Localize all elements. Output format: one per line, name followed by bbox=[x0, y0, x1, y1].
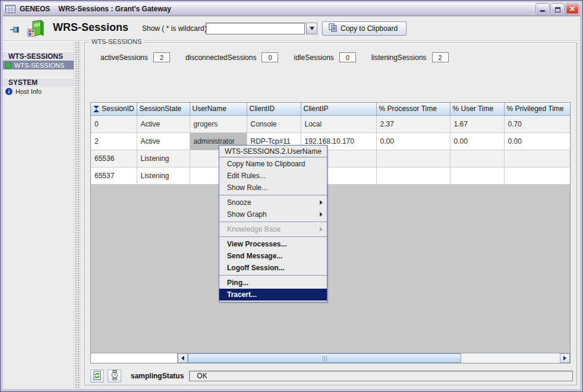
minimize-button[interactable] bbox=[536, 4, 549, 14]
context-menu-item-view-processes[interactable]: View Processes... bbox=[219, 238, 327, 250]
table-cell[interactable] bbox=[504, 150, 571, 167]
context-menu-item-show-graph[interactable]: Show Graph bbox=[219, 208, 327, 220]
sidebar-section-header-system: SYSTEM bbox=[3, 77, 74, 87]
table-row: 2ActiveadministratorRDP-Tcp#11192.168.10… bbox=[91, 132, 571, 150]
close-button[interactable]: ✕ bbox=[566, 4, 579, 14]
headline-row: activeSessions2disconnectedSessions0idle… bbox=[100, 52, 449, 62]
table-cell[interactable]: 2 bbox=[91, 132, 137, 150]
table-cell[interactable]: Listening bbox=[137, 150, 190, 167]
table-row: 65536ListeningLocal bbox=[91, 150, 571, 167]
headline-label: listeningSessions bbox=[371, 53, 427, 62]
table-cell[interactable]: 0.70 bbox=[504, 115, 571, 132]
table-cell[interactable]: Listening bbox=[137, 167, 190, 184]
window-icon bbox=[5, 5, 15, 13]
maximize-button[interactable] bbox=[551, 4, 564, 14]
wts-sessions-panel: WTS-SESSIONS activeSessions2disconnected… bbox=[84, 42, 577, 385]
headline-label: disconnectedSessions bbox=[185, 53, 256, 62]
pin-icon[interactable] bbox=[10, 25, 20, 36]
column-header-privileged-time[interactable]: % Privileged Time bbox=[504, 103, 571, 115]
context-menu-item-snooze[interactable]: Snooze bbox=[219, 197, 327, 208]
headline-value: 2 bbox=[153, 52, 170, 62]
splitter-handle[interactable] bbox=[74, 41, 80, 389]
sidebar: WTS-SESSIONSWTS-SESSIONSSYSTEMiHost Info bbox=[3, 41, 74, 389]
filter-dropdown-button[interactable] bbox=[306, 23, 317, 34]
context-menu-item-tracert[interactable]: Tracert... bbox=[219, 289, 327, 301]
table-cell[interactable]: 65537 bbox=[91, 167, 137, 184]
app-icon bbox=[26, 19, 46, 41]
submenu-arrow-icon bbox=[320, 227, 323, 232]
status-row: samplingStatus OK bbox=[90, 369, 573, 382]
sidebar-section-header-wts-sessions: WTS-SESSIONS bbox=[3, 51, 74, 61]
table-cell[interactable]: grogers bbox=[190, 115, 247, 132]
triangle-right-icon bbox=[563, 356, 566, 361]
group-title: WTS-SESSIONS bbox=[89, 38, 144, 45]
titlebar[interactable]: GENEOSWRS-Sessions : Grant's Gateway ✕ bbox=[3, 2, 580, 16]
sample-now-button[interactable] bbox=[90, 369, 104, 382]
sampling-status-field: OK bbox=[189, 371, 573, 381]
table-cell[interactable]: Local bbox=[301, 115, 376, 132]
table-cell[interactable]: 0 bbox=[91, 115, 137, 132]
green-square-icon bbox=[5, 62, 11, 68]
scrollbar-right-arrow[interactable] bbox=[560, 353, 570, 363]
context-menu-item-send-message[interactable]: Send Message... bbox=[219, 250, 327, 262]
context-menu-item-show-rule[interactable]: Show Rule... bbox=[219, 182, 327, 194]
headline-value: 0 bbox=[261, 52, 278, 62]
table-cell[interactable]: Console bbox=[247, 115, 301, 132]
submenu-arrow-icon bbox=[320, 200, 323, 205]
table-cell[interactable]: 0.00 bbox=[504, 132, 571, 150]
sidebar-item-wts-sessions[interactable]: WTS-SESSIONS bbox=[3, 61, 74, 69]
column-header-sessionid[interactable]: SessionID bbox=[91, 103, 137, 115]
sidebar-item-label: Host Info bbox=[15, 88, 42, 95]
table-row: 0ActivegrogersConsoleLocal2.371.670.70 bbox=[91, 115, 571, 132]
table-cell[interactable]: 1.67 bbox=[450, 115, 504, 132]
column-header-processor-time[interactable]: % Processor Time bbox=[376, 103, 450, 115]
table-cell[interactable] bbox=[376, 167, 450, 184]
sort-indicator-icon bbox=[93, 106, 99, 112]
column-header-clientip[interactable]: ClientIP bbox=[301, 103, 376, 115]
h-scrollbar bbox=[91, 353, 570, 363]
column-header-sessionstate[interactable]: SessionState bbox=[137, 103, 190, 115]
table-cell[interactable] bbox=[450, 150, 504, 167]
app-window: GENEOSWRS-Sessions : Grant's Gateway ✕ bbox=[0, 0, 583, 392]
sampling-status-label: samplingStatus bbox=[131, 372, 184, 380]
copy-button-label: Copy to Clipboard bbox=[341, 24, 398, 33]
scrollbar-left-arrow[interactable] bbox=[178, 353, 188, 363]
table-cell[interactable]: Active bbox=[137, 115, 190, 132]
scrollbar-thumb[interactable] bbox=[188, 353, 461, 363]
scrollbar-track[interactable] bbox=[188, 353, 560, 363]
table-cell[interactable]: 2.37 bbox=[376, 115, 450, 132]
stopwatch-icon bbox=[111, 370, 119, 382]
context-menu-item-logoff-session[interactable]: Logoff Session... bbox=[219, 262, 327, 274]
sidebar-item-host-info[interactable]: iHost Info bbox=[3, 87, 74, 96]
table-cell[interactable]: 65536 bbox=[91, 150, 137, 167]
window-title: GENEOSWRS-Sessions : Grant's Gateway bbox=[20, 5, 171, 13]
table-cell[interactable] bbox=[376, 150, 450, 167]
table-cell[interactable] bbox=[450, 167, 504, 184]
scrollbar-corner bbox=[91, 353, 178, 363]
toolbar: WRS-Sessions Show ( * is wildcard) Copy … bbox=[3, 17, 580, 41]
context-menu-separator bbox=[219, 195, 327, 195]
sample-interval-button[interactable] bbox=[108, 369, 121, 382]
context-menu-item-edit-rules[interactable]: Edit Rules... bbox=[219, 170, 327, 182]
context-menu-item-copy-name-to-clipboard[interactable]: Copy Name to Clipboard bbox=[219, 158, 327, 170]
info-icon: i bbox=[5, 88, 12, 95]
sessions-table: SessionIDSessionStateUserNameClientIDCli… bbox=[91, 103, 571, 185]
context-menu-item-ping[interactable]: Ping... bbox=[219, 277, 327, 289]
submenu-arrow-icon bbox=[320, 212, 323, 217]
sidebar-item-label: WTS-SESSIONS bbox=[14, 62, 64, 69]
context-menu-item-knowledge-base: Knowledge Base bbox=[219, 223, 327, 235]
table-cell[interactable] bbox=[504, 167, 571, 184]
filter-input[interactable] bbox=[206, 23, 305, 34]
headline-value: 0 bbox=[339, 52, 356, 62]
column-header-username[interactable]: UserName bbox=[190, 103, 247, 115]
headline-disconnectedsessions: disconnectedSessions0 bbox=[185, 52, 278, 62]
table-cell[interactable]: Active bbox=[137, 132, 190, 150]
table-cell[interactable]: 0.00 bbox=[376, 132, 450, 150]
column-header-user-time[interactable]: % User Time bbox=[450, 103, 504, 115]
page-title: WRS-Sessions bbox=[53, 21, 128, 34]
column-header-clientid[interactable]: ClientID bbox=[247, 103, 301, 115]
context-menu: WTS-SESSIONS.2.UserName Copy Name to Cli… bbox=[219, 145, 327, 302]
table-cell[interactable]: 0.00 bbox=[450, 132, 504, 150]
copy-icon bbox=[329, 23, 337, 34]
copy-to-clipboard-button[interactable]: Copy to Clipboard bbox=[322, 21, 406, 36]
